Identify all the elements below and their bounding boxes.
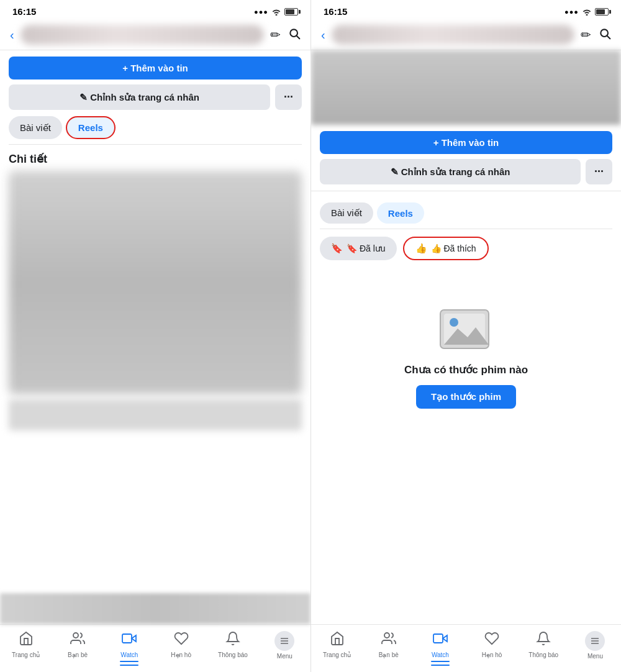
tab-label-trang-chu-right: Trang chủ [323,652,351,658]
tab-label-hen-ho-left: Hẹn hò [171,652,191,658]
tab-reels-right[interactable]: Reels [377,202,424,224]
nav-title-left [20,25,264,45]
nav-icons-right: ✏ [581,27,611,43]
edit-icon-right[interactable]: ✏ [581,27,591,42]
more-button-right[interactable]: ··· [586,159,612,184]
content-image-left [9,171,302,394]
tab-thong-bao-left[interactable]: Thông báo [207,629,258,662]
tab-label-watch-right: Watch [432,652,449,658]
status-bar-left: 16:15 ●●● [0,0,310,20]
watch-icon-right [433,631,448,650]
tab-label-trang-chu-left: Trang chủ [12,652,40,658]
tab-hen-ho-left[interactable]: Hẹn hò [155,629,207,662]
menu-icon-box-right [585,631,605,651]
divider-right [311,191,621,191]
da-thich-button[interactable]: 👍 👍 Đã thích [403,237,489,260]
edit-profile-button-left[interactable]: ✎ Chỉnh sửa trang cá nhân [9,84,270,110]
content-scroll-left: + Thêm vào tin ✎ Chỉnh sửa trang cá nhân… [0,50,310,593]
status-bar-right: 16:15 ●●● [311,0,621,20]
section-title-left: Chi tiết [9,152,302,166]
empty-image-icon [435,305,497,355]
edit-icon-left[interactable]: ✏ [270,27,281,42]
dating-icon-right [484,631,499,650]
watch-icon-left [122,631,137,650]
search-icon-left[interactable] [288,27,301,43]
right-phone-panel: 16:15 ●●● ‹ ✏ + Thêm v [310,0,621,672]
tab-label-thong-bao-left: Thông báo [218,652,248,658]
tab-ban-be-right[interactable]: Bạn bè [363,629,414,662]
signal-icon-right: ●●● [564,8,579,16]
svg-point-14 [384,633,389,638]
home-icon-right [330,631,345,650]
tab-menu-right[interactable]: Menu [569,629,621,662]
menu-icon-box-left [274,631,294,651]
search-icon-right[interactable] [599,27,611,43]
empty-state-right: Chưa có thước phim nào Tạo thước phim [320,268,612,427]
friends-icon-left [70,631,85,650]
content-text-left [9,399,302,430]
bookmark-icon: 🔖 [331,243,343,254]
tab-label-menu-left: Menu [277,653,292,660]
back-button-left[interactable]: ‹ [10,28,14,42]
nav-title-right [332,25,574,45]
bottom-tab-bar-left: Trang chủ Bạn bè Watch [0,624,310,672]
content-scroll-right: + Thêm vào tin ✎ Chỉnh sửa trang cá nhân… [311,125,621,624]
tab-watch-right[interactable]: Watch [414,629,466,662]
svg-line-1 [297,36,299,39]
tab-label-thong-bao-right: Thông báo [528,652,558,658]
tab-watch-left[interactable]: Watch [104,629,155,662]
svg-point-8 [601,29,608,37]
bottom-tab-bar-right: Trang chủ Bạn bè Watch [311,624,621,672]
da-luu-button[interactable]: 🔖 🔖 Đã lưu [320,237,397,260]
home-icon-left [19,631,34,650]
sub-tabs-row-right: 🔖 🔖 Đã lưu 👍 👍 Đã thích [320,237,612,260]
tab-ban-be-left[interactable]: Bạn bè [52,629,103,662]
nav-icons-left: ✏ [270,27,301,43]
thumbsup-icon: 👍 [415,243,427,254]
tab-label-watch-left: Watch [120,652,138,658]
add-to-story-button-right[interactable]: + Thêm vào tin [320,131,612,154]
svg-marker-3 [132,635,136,642]
profile-action-row-left: ✎ Chỉnh sửa trang cá nhân ··· [9,84,302,110]
battery-icon-right [595,8,609,16]
da-thich-label: 👍 Đã thích [431,243,476,253]
time-right: 16:15 [324,6,347,17]
tab-bai-viet-left[interactable]: Bài viết [9,116,62,139]
signal-icon-left: ●●● [254,8,268,16]
time-left: 16:15 [12,6,36,17]
tab-label-menu-right: Menu [587,653,603,660]
tab-label-ban-be-left: Bạn bè [68,652,88,658]
edit-profile-button-right[interactable]: ✎ Chỉnh sửa trang cá nhân [320,159,581,184]
notification-icon-right [536,631,551,650]
tab-label-ban-be-right: Bạn bè [379,652,399,658]
add-to-story-button-left[interactable]: + Thêm vào tin [9,57,302,79]
back-button-right[interactable]: ‹ [321,28,325,42]
svg-line-9 [607,36,610,39]
empty-title-right: Chưa có thước phim nào [404,363,528,376]
nav-bar-right: ‹ ✏ [311,20,621,50]
tab-thong-bao-right[interactable]: Thông báo [518,629,569,662]
tab-trang-chu-left[interactable]: Trang chủ [0,629,52,662]
da-luu-label: 🔖 Đã lưu [347,243,386,253]
tab-bai-viet-right[interactable]: Bài viết [320,202,373,224]
svg-point-0 [290,29,297,37]
tab-reels-left[interactable]: Reels [66,116,116,139]
tab-label-hen-ho-right: Hẹn hò [482,652,502,658]
tab-trang-chu-right[interactable]: Trang chủ [311,629,363,662]
wifi-icon-right [582,8,592,16]
tab-hen-ho-right[interactable]: Hẹn hò [466,629,518,662]
svg-point-12 [450,318,458,327]
dating-icon-left [174,631,189,650]
bottom-blur-strip-left [0,593,310,624]
left-phone-panel: 16:15 ●●● ‹ ✏ + Thêm vào tin [0,0,310,672]
create-reel-button[interactable]: Tạo thước phim [416,385,516,409]
tab-menu-left[interactable]: Menu [259,629,310,662]
svg-rect-4 [122,634,132,643]
battery-icon-left [284,8,298,16]
svg-marker-15 [443,635,447,642]
wifi-icon-left [271,8,281,16]
status-icons-left: ●●● [254,8,298,16]
cover-photo-right [311,50,621,125]
nav-bar-left: ‹ ✏ [0,20,310,50]
more-button-left[interactable]: ··· [275,84,302,110]
